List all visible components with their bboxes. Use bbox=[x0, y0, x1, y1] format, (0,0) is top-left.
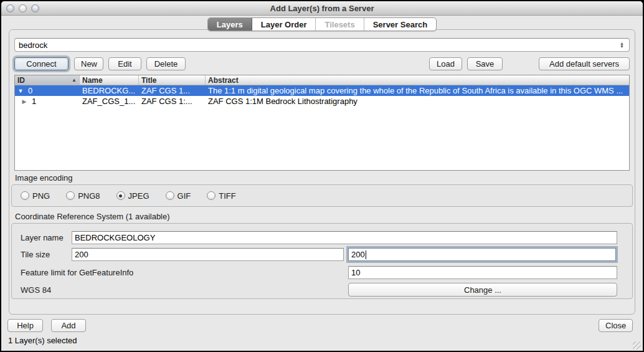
status-text: 1 Layer(s) selected bbox=[8, 336, 77, 345]
radio-tiff[interactable]: TIFF bbox=[207, 191, 235, 201]
image-encoding-label: Image encoding bbox=[15, 173, 73, 183]
radio-icon bbox=[166, 191, 174, 200]
sort-ascending-icon: ▲ bbox=[72, 77, 77, 83]
layer-options-group: Layer name Tile size 200 Feature limit f… bbox=[11, 223, 633, 299]
server-combo-value: bedrock bbox=[19, 40, 620, 50]
help-button[interactable]: Help bbox=[7, 319, 43, 332]
tab-bar: Layers Layer Order Tilesets Server Searc… bbox=[1, 17, 643, 31]
resize-grip[interactable] bbox=[633, 341, 641, 350]
row-title: ZAF CGS 1:... bbox=[139, 97, 206, 106]
stepper-down-icon: ▼ bbox=[620, 45, 624, 48]
window-title: Add Layer(s) from a Server bbox=[1, 4, 643, 13]
layers-table[interactable]: ID ▲ Name Title Abstract ▼ 0 BEDROCKG...… bbox=[14, 75, 630, 171]
row-id: 0 bbox=[28, 86, 32, 95]
layers-panel: bedrock ▲ ▼ Connect New Edit Delete Load… bbox=[9, 29, 635, 315]
row-abstract: The 1:1 m digital geological map coverin… bbox=[206, 86, 629, 95]
tile-height-input[interactable]: 200 bbox=[348, 248, 616, 261]
radio-selected-icon bbox=[116, 191, 125, 200]
connection-button-row: Connect New Edit Delete Load Save Add de… bbox=[9, 57, 635, 70]
crs-section-label: Coordinate Reference System (1 available… bbox=[15, 212, 170, 221]
delete-button[interactable]: Delete bbox=[146, 57, 186, 70]
tab-tilesets: Tilesets bbox=[316, 18, 364, 31]
add-button[interactable]: Add bbox=[51, 319, 86, 332]
disclosure-triangle-expanded-icon[interactable]: ▼ bbox=[17, 88, 24, 94]
change-crs-button[interactable]: Change ... bbox=[348, 283, 617, 297]
connect-button[interactable]: Connect bbox=[14, 57, 69, 70]
image-encoding-group: PNG PNG8 JPEG GIF TIFF bbox=[11, 184, 633, 207]
radio-icon bbox=[66, 191, 75, 200]
table-header: ID ▲ Name Title Abstract bbox=[15, 75, 629, 85]
titlebar[interactable]: Add Layer(s) from a Server bbox=[1, 1, 643, 16]
save-button[interactable]: Save bbox=[467, 57, 503, 70]
tab-server-search[interactable]: Server Search bbox=[364, 18, 436, 31]
add-layers-dialog: Add Layer(s) from a Server Layers Layer … bbox=[1, 1, 643, 351]
server-combo[interactable]: bedrock ▲ ▼ bbox=[14, 38, 630, 52]
row-title: ZAF CGS 1... bbox=[139, 86, 206, 95]
row-name: ZAF_CGS_1... bbox=[80, 97, 139, 106]
layer-name-label: Layer name bbox=[21, 233, 64, 242]
row-id: 1 bbox=[32, 97, 36, 106]
row-abstract: ZAF CGS 1:1M Bedrock Lithostratigraphy bbox=[206, 97, 629, 106]
table-row[interactable]: ▶ 1 ZAF_CGS_1... ZAF CGS 1:... ZAF CGS 1… bbox=[15, 96, 629, 107]
combo-stepper-icon[interactable]: ▲ ▼ bbox=[620, 42, 625, 48]
column-header-name[interactable]: Name bbox=[80, 75, 139, 85]
edit-button[interactable]: Edit bbox=[108, 57, 141, 70]
column-header-title[interactable]: Title bbox=[139, 75, 206, 85]
tab-layer-order[interactable]: Layer Order bbox=[252, 18, 316, 31]
radio-jpeg[interactable]: JPEG bbox=[116, 191, 149, 201]
close-button[interactable]: Close bbox=[599, 319, 633, 332]
tab-layers[interactable]: Layers bbox=[208, 18, 252, 31]
radio-gif[interactable]: GIF bbox=[166, 191, 191, 201]
disclosure-triangle-collapsed-icon[interactable]: ▶ bbox=[21, 98, 27, 105]
screenshot-frame: Add Layer(s) from a Server Layers Layer … bbox=[0, 0, 644, 352]
load-button[interactable]: Load bbox=[429, 57, 462, 70]
tile-size-label: Tile size bbox=[21, 250, 50, 259]
tab-segmented-control: Layers Layer Order Tilesets Server Searc… bbox=[207, 17, 437, 31]
feature-limit-label: Feature limit for GetFeatureInfo bbox=[21, 268, 133, 277]
radio-png[interactable]: PNG bbox=[21, 191, 50, 201]
text-cursor bbox=[366, 250, 366, 259]
row-name: BEDROCKG... bbox=[80, 86, 139, 95]
column-header-id[interactable]: ID ▲ bbox=[15, 75, 80, 85]
crs-value-label: WGS 84 bbox=[21, 285, 51, 295]
new-button[interactable]: New bbox=[74, 57, 103, 70]
radio-icon bbox=[207, 191, 215, 200]
feature-limit-input[interactable] bbox=[348, 266, 617, 279]
radio-png8[interactable]: PNG8 bbox=[66, 191, 100, 201]
add-default-servers-button[interactable]: Add default servers bbox=[539, 57, 630, 70]
column-header-abstract[interactable]: Abstract bbox=[206, 75, 629, 85]
layer-name-input[interactable] bbox=[72, 231, 617, 244]
radio-icon bbox=[21, 191, 29, 200]
tile-width-input[interactable] bbox=[72, 248, 344, 261]
table-row[interactable]: ▼ 0 BEDROCKG... ZAF CGS 1... The 1:1 m d… bbox=[15, 85, 629, 96]
